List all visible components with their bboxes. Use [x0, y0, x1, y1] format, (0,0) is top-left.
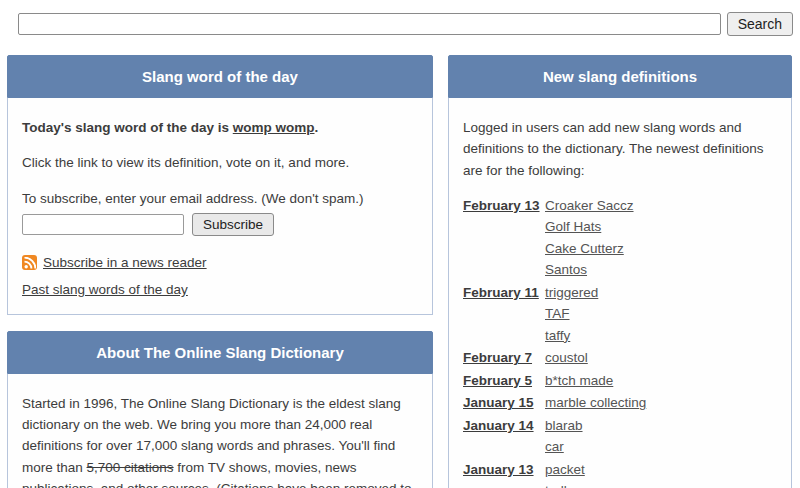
word-of-day-link[interactable]: womp womp — [233, 120, 315, 135]
definition-word-link[interactable]: coustol — [545, 347, 588, 369]
definition-date-link[interactable]: January 13 — [463, 459, 539, 488]
definition-word-link[interactable]: troll — [545, 480, 567, 488]
rss-feed-icon — [22, 255, 37, 270]
definition-row: February 13Croaker SacczGolf HatsCake Cu… — [463, 195, 777, 281]
definition-words: marble collecting — [545, 392, 777, 414]
about-panel: About The Online Slang Dictionary Starte… — [7, 331, 433, 488]
definition-row: January 15marble collecting — [463, 392, 777, 414]
about-body: Started in 1996, The Online Slang Dictio… — [7, 374, 433, 488]
right-column: New slang definitions Logged in users ca… — [448, 55, 792, 488]
definition-row: January 14blarabcar — [463, 415, 777, 458]
definition-word-link[interactable]: Cake Cutterz — [545, 238, 624, 260]
definition-words: Croaker SacczGolf HatsCake CutterzSantos — [545, 195, 777, 281]
new-definitions-body: Logged in users can add new slang words … — [448, 98, 792, 488]
definition-words: blarabcar — [545, 415, 777, 458]
word-of-day-intro-prefix: Today's slang word of the day is — [22, 120, 233, 135]
search-input[interactable] — [18, 13, 721, 35]
definition-date-link[interactable]: February 5 — [463, 370, 539, 392]
definition-word-link[interactable]: Santos — [545, 259, 587, 281]
new-definitions-panel: New slang definitions Logged in users ca… — [448, 55, 792, 488]
subscribe-prompt: To subscribe, enter your email address. … — [22, 188, 418, 209]
definition-word-link[interactable]: car — [545, 436, 564, 458]
new-definitions-title: New slang definitions — [448, 55, 792, 98]
word-of-day-intro: Today's slang word of the day is womp wo… — [22, 117, 418, 138]
about-text-segment: 5,700 citations — [87, 460, 174, 475]
definition-word-link[interactable]: TAF — [545, 303, 570, 325]
definition-date-link[interactable]: February 13 — [463, 195, 539, 281]
definition-row: February 5b*tch made — [463, 370, 777, 392]
definitions-list: February 13Croaker SacczGolf HatsCake Cu… — [463, 195, 777, 488]
past-words-link[interactable]: Past slang words of the day — [22, 282, 188, 297]
definition-word-link[interactable]: triggered — [545, 282, 598, 304]
definition-word-link[interactable]: marble collecting — [545, 392, 646, 414]
definition-words: b*tch made — [545, 370, 777, 392]
definition-word-link[interactable]: Croaker Saccz — [545, 195, 634, 217]
definition-words: coustol — [545, 347, 777, 369]
word-of-day-body: Today's slang word of the day is womp wo… — [7, 98, 433, 315]
definition-row: February 7coustol — [463, 347, 777, 369]
subscribe-button[interactable]: Subscribe — [192, 213, 274, 236]
rss-line: Subscribe in a news reader — [22, 252, 418, 273]
site-search-bar: Search — [18, 12, 793, 36]
definition-word-link[interactable]: Golf Hats — [545, 216, 601, 238]
about-paragraph: Started in 1996, The Online Slang Dictio… — [22, 393, 418, 488]
definition-word-link[interactable]: b*tch made — [545, 370, 613, 392]
news-reader-link[interactable]: Subscribe in a news reader — [43, 252, 207, 273]
definition-row: February 11triggeredTAFtaffy — [463, 282, 777, 347]
definition-words: packettrollOrc — [545, 459, 777, 488]
new-definitions-intro: Logged in users can add new slang words … — [463, 117, 777, 181]
about-title: About The Online Slang Dictionary — [7, 331, 433, 374]
definition-word-link[interactable]: packet — [545, 459, 585, 481]
word-of-day-panel: Slang word of the day Today's slang word… — [7, 55, 433, 315]
definition-word-link[interactable]: taffy — [545, 325, 570, 347]
word-of-day-title: Slang word of the day — [7, 55, 433, 98]
word-of-day-intro-suffix: . — [315, 120, 319, 135]
definition-date-link[interactable]: January 14 — [463, 415, 539, 458]
search-button[interactable]: Search — [727, 12, 793, 36]
word-of-day-hint: Click the link to view its definition, v… — [22, 152, 418, 173]
left-column: Slang word of the day Today's slang word… — [7, 55, 433, 488]
email-field[interactable] — [22, 214, 184, 235]
definition-date-link[interactable]: January 15 — [463, 392, 539, 414]
definition-row: January 13packettrollOrc — [463, 459, 777, 488]
definition-words: triggeredTAFtaffy — [545, 282, 777, 347]
main-columns: Slang word of the day Today's slang word… — [7, 55, 792, 488]
subscribe-form: Subscribe — [22, 213, 418, 236]
definition-date-link[interactable]: February 7 — [463, 347, 539, 369]
definition-date-link[interactable]: February 11 — [463, 282, 539, 347]
definition-word-link[interactable]: blarab — [545, 415, 583, 437]
